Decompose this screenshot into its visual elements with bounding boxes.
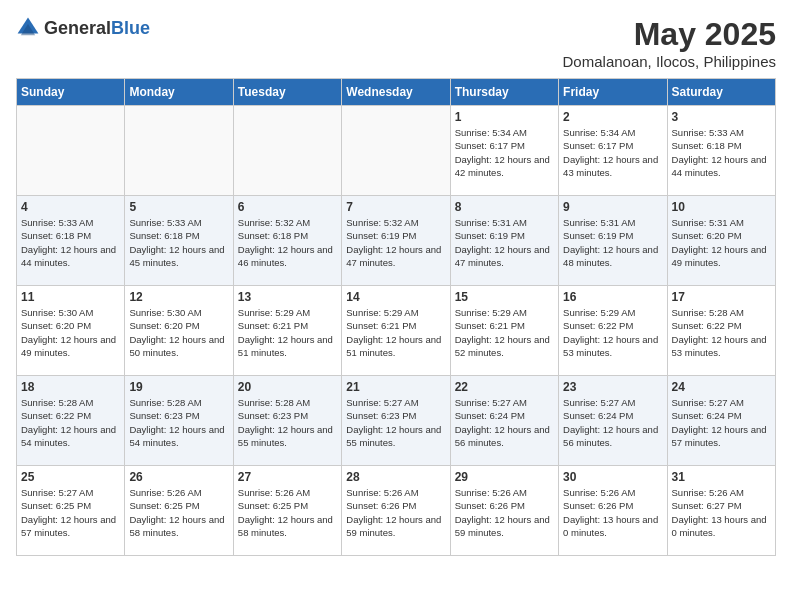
- calendar-cell: 25Sunrise: 5:27 AM Sunset: 6:25 PM Dayli…: [17, 466, 125, 556]
- cell-info: Sunrise: 5:29 AM Sunset: 6:22 PM Dayligh…: [563, 306, 662, 359]
- cell-info: Sunrise: 5:27 AM Sunset: 6:24 PM Dayligh…: [455, 396, 554, 449]
- weekday-header-friday: Friday: [559, 79, 667, 106]
- calendar-cell: 27Sunrise: 5:26 AM Sunset: 6:25 PM Dayli…: [233, 466, 341, 556]
- cell-info: Sunrise: 5:31 AM Sunset: 6:19 PM Dayligh…: [563, 216, 662, 269]
- day-number: 9: [563, 200, 662, 214]
- day-number: 2: [563, 110, 662, 124]
- cell-info: Sunrise: 5:31 AM Sunset: 6:20 PM Dayligh…: [672, 216, 771, 269]
- day-number: 26: [129, 470, 228, 484]
- calendar-cell: 17Sunrise: 5:28 AM Sunset: 6:22 PM Dayli…: [667, 286, 775, 376]
- cell-info: Sunrise: 5:32 AM Sunset: 6:19 PM Dayligh…: [346, 216, 445, 269]
- day-number: 31: [672, 470, 771, 484]
- cell-info: Sunrise: 5:28 AM Sunset: 6:22 PM Dayligh…: [21, 396, 120, 449]
- calendar-cell: 18Sunrise: 5:28 AM Sunset: 6:22 PM Dayli…: [17, 376, 125, 466]
- calendar-week-row: 11Sunrise: 5:30 AM Sunset: 6:20 PM Dayli…: [17, 286, 776, 376]
- calendar-cell: 20Sunrise: 5:28 AM Sunset: 6:23 PM Dayli…: [233, 376, 341, 466]
- cell-info: Sunrise: 5:30 AM Sunset: 6:20 PM Dayligh…: [129, 306, 228, 359]
- day-number: 23: [563, 380, 662, 394]
- calendar-cell: 24Sunrise: 5:27 AM Sunset: 6:24 PM Dayli…: [667, 376, 775, 466]
- cell-info: Sunrise: 5:34 AM Sunset: 6:17 PM Dayligh…: [563, 126, 662, 179]
- day-number: 12: [129, 290, 228, 304]
- logo-icon: [16, 16, 40, 40]
- cell-info: Sunrise: 5:33 AM Sunset: 6:18 PM Dayligh…: [21, 216, 120, 269]
- cell-info: Sunrise: 5:31 AM Sunset: 6:19 PM Dayligh…: [455, 216, 554, 269]
- calendar-week-row: 18Sunrise: 5:28 AM Sunset: 6:22 PM Dayli…: [17, 376, 776, 466]
- cell-info: Sunrise: 5:26 AM Sunset: 6:25 PM Dayligh…: [238, 486, 337, 539]
- cell-info: Sunrise: 5:27 AM Sunset: 6:24 PM Dayligh…: [563, 396, 662, 449]
- cell-info: Sunrise: 5:33 AM Sunset: 6:18 PM Dayligh…: [672, 126, 771, 179]
- day-number: 21: [346, 380, 445, 394]
- calendar-cell: 1Sunrise: 5:34 AM Sunset: 6:17 PM Daylig…: [450, 106, 558, 196]
- calendar-week-row: 4Sunrise: 5:33 AM Sunset: 6:18 PM Daylig…: [17, 196, 776, 286]
- cell-info: Sunrise: 5:27 AM Sunset: 6:23 PM Dayligh…: [346, 396, 445, 449]
- cell-info: Sunrise: 5:29 AM Sunset: 6:21 PM Dayligh…: [238, 306, 337, 359]
- weekday-header-monday: Monday: [125, 79, 233, 106]
- cell-info: Sunrise: 5:30 AM Sunset: 6:20 PM Dayligh…: [21, 306, 120, 359]
- cell-info: Sunrise: 5:26 AM Sunset: 6:26 PM Dayligh…: [563, 486, 662, 539]
- calendar-cell: [17, 106, 125, 196]
- calendar-cell: 29Sunrise: 5:26 AM Sunset: 6:26 PM Dayli…: [450, 466, 558, 556]
- weekday-header-thursday: Thursday: [450, 79, 558, 106]
- calendar-cell: 26Sunrise: 5:26 AM Sunset: 6:25 PM Dayli…: [125, 466, 233, 556]
- month-year-title: May 2025: [563, 16, 776, 53]
- cell-info: Sunrise: 5:26 AM Sunset: 6:26 PM Dayligh…: [346, 486, 445, 539]
- title-block: May 2025 Domalanoan, Ilocos, Philippines: [563, 16, 776, 70]
- calendar-cell: [233, 106, 341, 196]
- day-number: 30: [563, 470, 662, 484]
- logo-text-general: General: [44, 18, 111, 38]
- day-number: 27: [238, 470, 337, 484]
- calendar-cell: 23Sunrise: 5:27 AM Sunset: 6:24 PM Dayli…: [559, 376, 667, 466]
- calendar-cell: 16Sunrise: 5:29 AM Sunset: 6:22 PM Dayli…: [559, 286, 667, 376]
- weekday-header-row: SundayMondayTuesdayWednesdayThursdayFrid…: [17, 79, 776, 106]
- day-number: 28: [346, 470, 445, 484]
- day-number: 16: [563, 290, 662, 304]
- day-number: 4: [21, 200, 120, 214]
- calendar-cell: 3Sunrise: 5:33 AM Sunset: 6:18 PM Daylig…: [667, 106, 775, 196]
- cell-info: Sunrise: 5:26 AM Sunset: 6:26 PM Dayligh…: [455, 486, 554, 539]
- calendar-cell: 2Sunrise: 5:34 AM Sunset: 6:17 PM Daylig…: [559, 106, 667, 196]
- calendar-cell: 4Sunrise: 5:33 AM Sunset: 6:18 PM Daylig…: [17, 196, 125, 286]
- cell-info: Sunrise: 5:27 AM Sunset: 6:24 PM Dayligh…: [672, 396, 771, 449]
- weekday-header-tuesday: Tuesday: [233, 79, 341, 106]
- calendar-cell: 28Sunrise: 5:26 AM Sunset: 6:26 PM Dayli…: [342, 466, 450, 556]
- day-number: 14: [346, 290, 445, 304]
- calendar-cell: 31Sunrise: 5:26 AM Sunset: 6:27 PM Dayli…: [667, 466, 775, 556]
- calendar-table: SundayMondayTuesdayWednesdayThursdayFrid…: [16, 78, 776, 556]
- calendar-cell: [125, 106, 233, 196]
- cell-info: Sunrise: 5:34 AM Sunset: 6:17 PM Dayligh…: [455, 126, 554, 179]
- cell-info: Sunrise: 5:29 AM Sunset: 6:21 PM Dayligh…: [346, 306, 445, 359]
- cell-info: Sunrise: 5:28 AM Sunset: 6:23 PM Dayligh…: [238, 396, 337, 449]
- day-number: 7: [346, 200, 445, 214]
- day-number: 5: [129, 200, 228, 214]
- cell-info: Sunrise: 5:26 AM Sunset: 6:25 PM Dayligh…: [129, 486, 228, 539]
- day-number: 13: [238, 290, 337, 304]
- calendar-cell: 5Sunrise: 5:33 AM Sunset: 6:18 PM Daylig…: [125, 196, 233, 286]
- calendar-cell: 21Sunrise: 5:27 AM Sunset: 6:23 PM Dayli…: [342, 376, 450, 466]
- cell-info: Sunrise: 5:28 AM Sunset: 6:22 PM Dayligh…: [672, 306, 771, 359]
- cell-info: Sunrise: 5:27 AM Sunset: 6:25 PM Dayligh…: [21, 486, 120, 539]
- calendar-cell: 7Sunrise: 5:32 AM Sunset: 6:19 PM Daylig…: [342, 196, 450, 286]
- cell-info: Sunrise: 5:26 AM Sunset: 6:27 PM Dayligh…: [672, 486, 771, 539]
- calendar-cell: 12Sunrise: 5:30 AM Sunset: 6:20 PM Dayli…: [125, 286, 233, 376]
- day-number: 24: [672, 380, 771, 394]
- cell-info: Sunrise: 5:33 AM Sunset: 6:18 PM Dayligh…: [129, 216, 228, 269]
- day-number: 25: [21, 470, 120, 484]
- calendar-cell: 14Sunrise: 5:29 AM Sunset: 6:21 PM Dayli…: [342, 286, 450, 376]
- calendar-cell: 19Sunrise: 5:28 AM Sunset: 6:23 PM Dayli…: [125, 376, 233, 466]
- day-number: 1: [455, 110, 554, 124]
- day-number: 3: [672, 110, 771, 124]
- calendar-cell: 10Sunrise: 5:31 AM Sunset: 6:20 PM Dayli…: [667, 196, 775, 286]
- calendar-cell: 13Sunrise: 5:29 AM Sunset: 6:21 PM Dayli…: [233, 286, 341, 376]
- day-number: 15: [455, 290, 554, 304]
- calendar-cell: 30Sunrise: 5:26 AM Sunset: 6:26 PM Dayli…: [559, 466, 667, 556]
- weekday-header-wednesday: Wednesday: [342, 79, 450, 106]
- weekday-header-saturday: Saturday: [667, 79, 775, 106]
- calendar-cell: 15Sunrise: 5:29 AM Sunset: 6:21 PM Dayli…: [450, 286, 558, 376]
- day-number: 22: [455, 380, 554, 394]
- day-number: 29: [455, 470, 554, 484]
- weekday-header-sunday: Sunday: [17, 79, 125, 106]
- calendar-cell: 11Sunrise: 5:30 AM Sunset: 6:20 PM Dayli…: [17, 286, 125, 376]
- calendar-cell: [342, 106, 450, 196]
- calendar-cell: 8Sunrise: 5:31 AM Sunset: 6:19 PM Daylig…: [450, 196, 558, 286]
- cell-info: Sunrise: 5:32 AM Sunset: 6:18 PM Dayligh…: [238, 216, 337, 269]
